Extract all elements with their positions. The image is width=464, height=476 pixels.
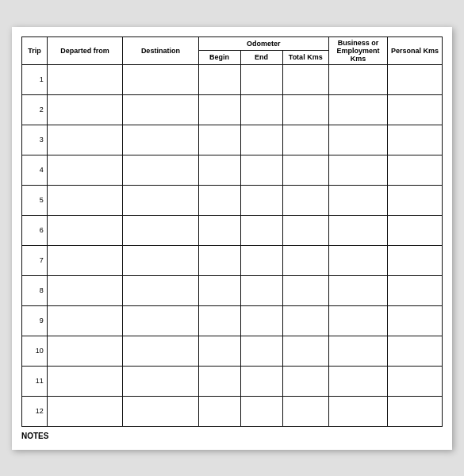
table-row: 10	[22, 336, 443, 366]
personal-cell[interactable]	[388, 155, 443, 185]
business-cell[interactable]	[328, 396, 387, 426]
page-container: Trip Departed from Destination Odometer …	[12, 27, 452, 450]
destination-cell[interactable]	[123, 185, 198, 215]
total-cell[interactable]	[282, 275, 328, 305]
business-cell[interactable]	[328, 366, 387, 396]
personal-cell[interactable]	[388, 396, 443, 426]
personal-cell[interactable]	[388, 94, 443, 125]
total-cell[interactable]	[282, 245, 328, 275]
total-cell[interactable]	[282, 185, 328, 215]
personal-cell[interactable]	[388, 245, 443, 275]
trip-number: 8	[22, 275, 48, 305]
trip-table: Trip Departed from Destination Odometer …	[21, 36, 443, 427]
departed-cell[interactable]	[47, 215, 122, 245]
trip-number: 1	[22, 64, 48, 94]
destination-cell[interactable]	[123, 305, 198, 336]
business-cell[interactable]	[328, 64, 387, 94]
personal-cell[interactable]	[388, 215, 443, 245]
begin-cell[interactable]	[198, 275, 240, 305]
business-cell[interactable]	[328, 94, 387, 125]
begin-cell[interactable]	[198, 396, 240, 426]
begin-cell[interactable]	[198, 64, 240, 94]
end-cell[interactable]	[240, 64, 282, 94]
business-cell[interactable]	[328, 125, 387, 155]
col-header-begin: Begin	[198, 51, 240, 65]
departed-cell[interactable]	[47, 275, 122, 305]
table-row: 2	[22, 94, 443, 125]
departed-cell[interactable]	[47, 125, 122, 155]
end-cell[interactable]	[240, 366, 282, 396]
destination-cell[interactable]	[123, 94, 198, 125]
departed-cell[interactable]	[47, 94, 122, 125]
begin-cell[interactable]	[198, 366, 240, 396]
begin-cell[interactable]	[198, 185, 240, 215]
personal-cell[interactable]	[388, 336, 443, 366]
business-cell[interactable]	[328, 215, 387, 245]
business-cell[interactable]	[328, 275, 387, 305]
table-row: 4	[22, 155, 443, 185]
begin-cell[interactable]	[198, 215, 240, 245]
business-cell[interactable]	[328, 336, 387, 366]
total-cell[interactable]	[282, 336, 328, 366]
end-cell[interactable]	[240, 275, 282, 305]
destination-cell[interactable]	[123, 396, 198, 426]
destination-cell[interactable]	[123, 336, 198, 366]
trip-number: 7	[22, 245, 48, 275]
end-cell[interactable]	[240, 396, 282, 426]
departed-cell[interactable]	[47, 336, 122, 366]
notes-label: NOTES	[21, 427, 443, 440]
business-cell[interactable]	[328, 305, 387, 336]
departed-cell[interactable]	[47, 64, 122, 94]
total-cell[interactable]	[282, 396, 328, 426]
destination-cell[interactable]	[123, 64, 198, 94]
personal-cell[interactable]	[388, 185, 443, 215]
table-row: 1	[22, 64, 443, 94]
begin-cell[interactable]	[198, 155, 240, 185]
trip-number: 11	[22, 366, 48, 396]
departed-cell[interactable]	[47, 305, 122, 336]
begin-cell[interactable]	[198, 305, 240, 336]
end-cell[interactable]	[240, 336, 282, 366]
end-cell[interactable]	[240, 215, 282, 245]
col-header-trip: Trip	[22, 36, 48, 64]
end-cell[interactable]	[240, 185, 282, 215]
total-cell[interactable]	[282, 215, 328, 245]
total-cell[interactable]	[282, 305, 328, 336]
destination-cell[interactable]	[123, 245, 198, 275]
destination-cell[interactable]	[123, 366, 198, 396]
personal-cell[interactable]	[388, 305, 443, 336]
total-cell[interactable]	[282, 366, 328, 396]
personal-cell[interactable]	[388, 64, 443, 94]
business-cell[interactable]	[328, 245, 387, 275]
departed-cell[interactable]	[47, 245, 122, 275]
begin-cell[interactable]	[198, 125, 240, 155]
col-header-destination: Destination	[123, 36, 198, 64]
destination-cell[interactable]	[123, 275, 198, 305]
personal-cell[interactable]	[388, 125, 443, 155]
personal-cell[interactable]	[388, 366, 443, 396]
trip-number: 4	[22, 155, 48, 185]
business-cell[interactable]	[328, 155, 387, 185]
total-cell[interactable]	[282, 94, 328, 125]
begin-cell[interactable]	[198, 94, 240, 125]
end-cell[interactable]	[240, 245, 282, 275]
departed-cell[interactable]	[47, 155, 122, 185]
departed-cell[interactable]	[47, 366, 122, 396]
destination-cell[interactable]	[123, 215, 198, 245]
col-header-end: End	[240, 51, 282, 65]
business-cell[interactable]	[328, 185, 387, 215]
destination-cell[interactable]	[123, 155, 198, 185]
destination-cell[interactable]	[123, 125, 198, 155]
begin-cell[interactable]	[198, 245, 240, 275]
total-cell[interactable]	[282, 64, 328, 94]
end-cell[interactable]	[240, 305, 282, 336]
begin-cell[interactable]	[198, 336, 240, 366]
end-cell[interactable]	[240, 125, 282, 155]
departed-cell[interactable]	[47, 185, 122, 215]
total-cell[interactable]	[282, 125, 328, 155]
departed-cell[interactable]	[47, 396, 122, 426]
end-cell[interactable]	[240, 155, 282, 185]
end-cell[interactable]	[240, 94, 282, 125]
total-cell[interactable]	[282, 155, 328, 185]
personal-cell[interactable]	[388, 275, 443, 305]
